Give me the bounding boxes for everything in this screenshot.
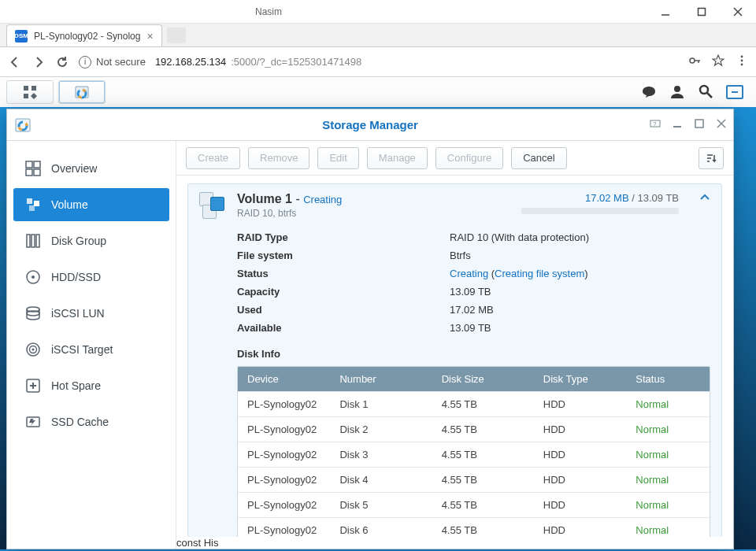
dsm-taskbar bbox=[0, 77, 756, 109]
sidebar-item-hdd-ssd[interactable]: HDD/SSD bbox=[13, 261, 169, 294]
cell-size: 4.55 TB bbox=[432, 468, 534, 492]
cell-type: HDD bbox=[534, 518, 626, 537]
cell-size: 4.55 TB bbox=[432, 392, 534, 416]
cell-size: 4.55 TB bbox=[432, 417, 534, 442]
security-indicator[interactable]: i Not secure bbox=[79, 56, 146, 68]
table-row[interactable]: PL-Synology02Disk 34.55 TBHDDNormal bbox=[238, 442, 710, 467]
svg-rect-33 bbox=[27, 198, 32, 204]
col-device: Device bbox=[238, 367, 330, 391]
svg-rect-31 bbox=[26, 169, 32, 176]
dsm-widgets-icon[interactable] bbox=[726, 85, 743, 99]
browser-tab[interactable]: DSM PL-Synology02 - Synolog × bbox=[6, 24, 162, 46]
sidebar-item-ssd-cache[interactable]: SSD Cache bbox=[13, 405, 169, 438]
browser-menu-button[interactable] bbox=[736, 54, 748, 69]
cell-size: 4.55 TB bbox=[432, 442, 534, 467]
dsm-user-icon[interactable] bbox=[669, 83, 685, 102]
cell-size: 4.55 TB bbox=[432, 518, 534, 537]
apps-icon bbox=[23, 85, 37, 99]
volume-card-icon bbox=[199, 192, 228, 220]
window-app-icon bbox=[15, 117, 31, 133]
info-icon: i bbox=[79, 56, 91, 68]
remove-button[interactable]: Remove bbox=[248, 147, 309, 169]
window-maximize-button[interactable] bbox=[694, 118, 705, 131]
disk-group-icon bbox=[24, 232, 42, 250]
tab-title: PL-Synology02 - Synolog bbox=[34, 31, 140, 42]
volume-icon bbox=[24, 196, 42, 213]
table-row[interactable]: PL-Synology02Disk 64.55 TBHDDNormal bbox=[238, 517, 710, 537]
os-close-button[interactable] bbox=[720, 0, 756, 23]
col-number: Number bbox=[330, 367, 432, 391]
svg-point-7 bbox=[741, 56, 743, 58]
dsm-main-menu-button[interactable] bbox=[6, 80, 54, 104]
svg-rect-38 bbox=[36, 235, 39, 247]
bookmark-star-icon[interactable] bbox=[712, 54, 724, 69]
cell-type: HDD bbox=[534, 493, 626, 517]
password-key-icon[interactable] bbox=[688, 54, 701, 69]
svg-line-19 bbox=[707, 93, 712, 98]
sort-button[interactable] bbox=[699, 147, 724, 169]
window-titlebar[interactable]: Storage Manager ? bbox=[7, 109, 733, 141]
nav-reload-button[interactable] bbox=[55, 55, 69, 69]
table-row[interactable]: PL-Synology02Disk 54.55 TBHDDNormal bbox=[238, 492, 710, 517]
content-scroll[interactable]: Volume 1 - Creating RAID 10, btrfs 17.02… bbox=[176, 176, 733, 537]
hot-spare-icon bbox=[24, 377, 42, 394]
window-title: Storage Manager bbox=[322, 118, 418, 131]
window-help-icon[interactable]: ? bbox=[650, 118, 661, 131]
sidebar-item-overview[interactable]: Overview bbox=[13, 152, 169, 185]
cell-type: HDD bbox=[534, 442, 626, 467]
dsm-search-icon[interactable] bbox=[698, 83, 713, 102]
cell-status: Normal bbox=[626, 518, 710, 537]
edit-button[interactable]: Edit bbox=[317, 147, 358, 169]
sidebar-item-label: iSCSI Target bbox=[51, 343, 113, 356]
disk-table: Device Number Disk Size Disk Type Status… bbox=[237, 366, 710, 537]
svg-point-9 bbox=[741, 64, 743, 66]
window-close-button[interactable] bbox=[716, 118, 727, 131]
table-row[interactable]: PL-Synology02Disk 44.55 TBHDDNormal bbox=[238, 467, 710, 492]
table-row[interactable]: PL-Synology02Disk 14.55 TBHDDNormal bbox=[238, 391, 710, 416]
svg-point-17 bbox=[674, 86, 680, 92]
cancel-button[interactable]: Cancel bbox=[511, 147, 566, 169]
url-input[interactable]: 192.168.25.134:5000/?_dc=1525301471498 bbox=[155, 56, 679, 68]
table-row[interactable]: PL-Synology02Disk 24.55 TBHDDNormal bbox=[238, 416, 710, 442]
browser-tabstrip: DSM PL-Synology02 - Synolog × bbox=[0, 24, 756, 47]
volume-details: RAID Type RAID 10 (With data protection)… bbox=[199, 220, 710, 342]
svg-rect-1 bbox=[699, 8, 706, 15]
cell-number: Disk 1 bbox=[330, 392, 432, 416]
sidebar-item-label: Disk Group bbox=[51, 235, 106, 247]
dsm-storage-manager-task[interactable] bbox=[58, 80, 106, 104]
create-button[interactable]: Create bbox=[186, 147, 240, 169]
volume-title: Volume 1 - Creating bbox=[237, 192, 342, 206]
cell-size: 4.55 TB bbox=[432, 493, 534, 517]
sidebar-item-iscsi-target[interactable]: iSCSI Target bbox=[13, 333, 169, 366]
window-minimize-button[interactable] bbox=[672, 118, 683, 131]
nav-back-button[interactable] bbox=[8, 55, 22, 69]
cell-number: Disk 4 bbox=[330, 468, 432, 492]
configure-button[interactable]: Configure bbox=[435, 147, 503, 169]
os-minimize-button[interactable] bbox=[647, 0, 684, 23]
svg-rect-12 bbox=[24, 94, 28, 98]
collapse-toggle[interactable] bbox=[699, 192, 710, 205]
svg-rect-26 bbox=[695, 120, 703, 128]
sidebar-item-volume[interactable]: Volume bbox=[13, 188, 169, 221]
tab-close-icon[interactable]: × bbox=[146, 30, 153, 43]
new-tab-button[interactable] bbox=[167, 28, 186, 43]
dsm-notifications-icon[interactable] bbox=[641, 83, 657, 102]
sidebar-item-label: Volume bbox=[51, 198, 88, 211]
manage-button[interactable]: Manage bbox=[367, 147, 428, 169]
cell-status: Normal bbox=[626, 468, 710, 492]
kv-value: 13.09 TB bbox=[450, 322, 710, 334]
volume-subtitle: RAID 10, btrfs bbox=[237, 208, 342, 219]
kv-value: 17.02 MB bbox=[450, 304, 710, 316]
sidebar-item-disk-group[interactable]: Disk Group bbox=[13, 224, 169, 257]
svg-rect-37 bbox=[32, 235, 35, 247]
cell-device: PL-Synology02 bbox=[238, 493, 330, 517]
svg-point-8 bbox=[741, 60, 743, 62]
sidebar-item-hot-spare[interactable]: Hot Spare bbox=[13, 369, 169, 402]
sidebar-item-label: SSD Cache bbox=[51, 416, 109, 428]
sidebar-item-iscsi-lun[interactable]: iSCSI LUN bbox=[13, 297, 169, 330]
svg-rect-32 bbox=[34, 169, 40, 176]
favicon-icon: DSM bbox=[15, 30, 28, 43]
disk-info-heading: Disk Info bbox=[199, 342, 710, 366]
nav-forward-button[interactable] bbox=[32, 55, 46, 69]
os-maximize-button[interactable] bbox=[684, 0, 720, 23]
